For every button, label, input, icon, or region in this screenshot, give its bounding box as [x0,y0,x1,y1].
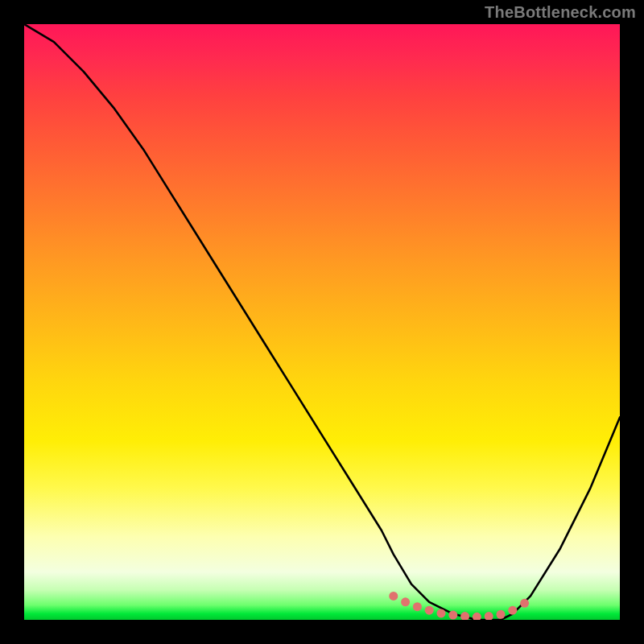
curve-layer [24,24,620,620]
optimal-marker [389,592,398,601]
optimal-marker [401,597,410,606]
optimal-marker [413,602,422,611]
optimal-marker [460,612,469,620]
attribution-text: TheBottleneck.com [485,3,636,22]
optimal-marker [485,612,493,620]
optimal-marker [508,606,517,615]
chart-frame: TheBottleneck.com [0,0,644,644]
bottleneck-curve [24,24,620,620]
optimal-marker [448,611,457,620]
optimal-marker [473,613,481,620]
optimal-marker [425,606,434,615]
optimal-marker [497,610,506,619]
optimal-marker [520,599,529,608]
plot-area [24,24,620,620]
optimal-marker [437,609,446,617]
